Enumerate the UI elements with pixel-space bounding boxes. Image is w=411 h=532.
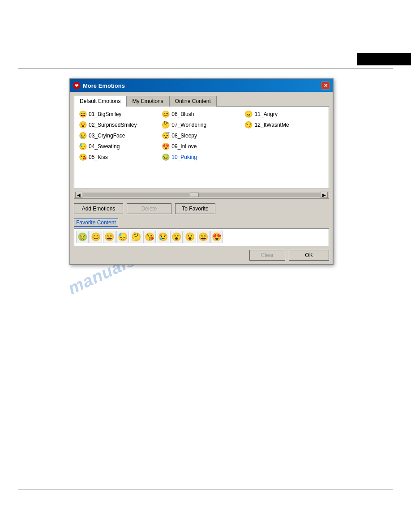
top-bar: [357, 53, 411, 65]
more-emotions-dialog: ❤ More Emotions ✕ Default Emotions My Em…: [69, 78, 334, 265]
fav-item-8[interactable]: 😮: [184, 231, 196, 243]
ok-button[interactable]: OK: [289, 250, 329, 261]
tab-default-emotions[interactable]: Default Emotions: [74, 96, 126, 107]
fav-item-10[interactable]: 😍: [210, 231, 223, 243]
emotion-icon-09: 😍: [162, 142, 170, 150]
tab-my-emotions[interactable]: My Emotions: [126, 96, 169, 107]
emotion-item-04[interactable]: 😓 04_Sweating: [77, 142, 160, 151]
emotion-label-04: 04_Sweating: [89, 143, 120, 150]
emotion-label-10: 10_Puking: [171, 154, 197, 160]
emotion-item-02[interactable]: 😮 02_SurprisedSmiley: [77, 120, 160, 130]
emotion-icon-05: 😘: [79, 153, 87, 161]
emotions-grid: 😄 01_BigSmiley 😊 06_Blush 😠 11_Angry 😮 0…: [77, 109, 326, 162]
fav-item-9[interactable]: 😄: [197, 231, 210, 243]
scroll-track[interactable]: [83, 193, 320, 197]
close-button[interactable]: ✕: [321, 82, 330, 90]
dialog-title: More Emotions: [83, 82, 125, 89]
emotion-item-03[interactable]: 😢 03_CryingFace: [77, 131, 160, 141]
emotion-icon-11: 😠: [245, 110, 253, 118]
fav-item-4[interactable]: 🤔: [130, 231, 142, 243]
emotion-icon-06: 😊: [162, 110, 170, 118]
emotion-label-03: 03_CryingFace: [89, 133, 125, 139]
emotion-icon-10: 🤢: [162, 153, 170, 161]
horizontal-scrollbar[interactable]: ◀ ▶: [74, 191, 329, 199]
emotion-item-11[interactable]: 😠 11_Angry: [243, 109, 326, 119]
emotion-label-11: 11_Angry: [255, 111, 278, 117]
emotion-item-placeholder-2: [243, 142, 326, 151]
emotion-icon-04: 😓: [79, 142, 87, 150]
emotion-label-12: 12_ItWasntMe: [255, 122, 289, 128]
emotion-item-12[interactable]: 😏 12_ItWasntMe: [243, 120, 326, 130]
tab-bar: Default Emotions My Emotions Online Cont…: [74, 95, 329, 106]
favorite-content-label: Favorite Content: [74, 219, 118, 227]
hr-bottom: [18, 489, 393, 489]
to-favorite-button[interactable]: To Favorite: [175, 203, 215, 214]
emotion-icon-08: 😴: [162, 132, 170, 140]
fav-item-7[interactable]: 😮: [170, 231, 183, 243]
fav-item-1[interactable]: 😊: [90, 231, 102, 243]
emotion-item-placeholder-3: [243, 152, 326, 162]
emotion-icon-01: 😄: [79, 110, 87, 118]
dialog-icon: ❤: [73, 82, 80, 89]
favorite-section: Favorite Content 🤢 😊 😄 😓 🤔 😘 😢 😮 😮 😄 😍: [74, 219, 329, 246]
emotion-item-09[interactable]: 😍 09_InLove: [160, 142, 243, 151]
emotion-label-05: 05_Kiss: [89, 154, 108, 160]
scroll-thumb[interactable]: [190, 193, 199, 197]
fav-item-3[interactable]: 😓: [116, 231, 129, 243]
favorite-grid: 🤢 😊 😄 😓 🤔 😘 😢 😮 😮 😄 😍: [74, 228, 329, 246]
emotion-label-06: 06_Blush: [171, 111, 194, 117]
title-bar: ❤ More Emotions ✕: [70, 79, 333, 92]
emotion-item-08[interactable]: 😴 08_Sleepy: [160, 131, 243, 141]
emotions-list-area: 😄 01_BigSmiley 😊 06_Blush 😠 11_Angry 😮 0…: [74, 106, 329, 189]
delete-button[interactable]: Delete: [127, 203, 171, 214]
hr-top: [18, 68, 393, 69]
emotion-item-06[interactable]: 😊 06_Blush: [160, 109, 243, 119]
emotion-label-09: 09_InLove: [171, 143, 197, 150]
emotion-icon-02: 😮: [79, 121, 87, 129]
emotion-label-02: 02_SurprisedSmiley: [89, 122, 137, 128]
scroll-right-button[interactable]: ▶: [321, 192, 328, 198]
emotion-icon-03: 😢: [79, 132, 87, 140]
tab-online-content[interactable]: Online Content: [169, 96, 217, 107]
add-emotions-button[interactable]: Add Emotions: [74, 203, 123, 214]
emotion-icon-07: 🤔: [162, 121, 170, 129]
emotion-item-01[interactable]: 😄 01_BigSmiley: [77, 109, 160, 119]
dialog-body: Default Emotions My Emotions Online Cont…: [70, 92, 333, 264]
emotion-label-08: 08_Sleepy: [171, 133, 197, 139]
scroll-left-button[interactable]: ◀: [75, 192, 82, 198]
clear-button[interactable]: Clear: [249, 250, 285, 261]
emotion-icon-12: 😏: [245, 121, 253, 129]
emotion-item-placeholder-1: [243, 131, 326, 141]
fav-item-2[interactable]: 😄: [103, 231, 116, 243]
emotion-item-07[interactable]: 🤔 07_Wondering: [160, 120, 243, 130]
fav-item-6[interactable]: 😢: [157, 231, 169, 243]
action-buttons-row: Add Emotions Delete To Favorite: [74, 203, 329, 214]
bottom-buttons-row: Clear OK: [74, 250, 329, 261]
emotion-label-07: 07_Wondering: [171, 122, 206, 128]
fav-item-5[interactable]: 😘: [143, 231, 156, 243]
emotion-label-01: 01_BigSmiley: [89, 111, 121, 117]
fav-item-0[interactable]: 🤢: [76, 231, 89, 243]
title-bar-left: ❤ More Emotions: [73, 82, 125, 89]
emotion-item-10[interactable]: 🤢 10_Puking: [160, 152, 243, 162]
emotion-item-05[interactable]: 😘 05_Kiss: [77, 152, 160, 162]
